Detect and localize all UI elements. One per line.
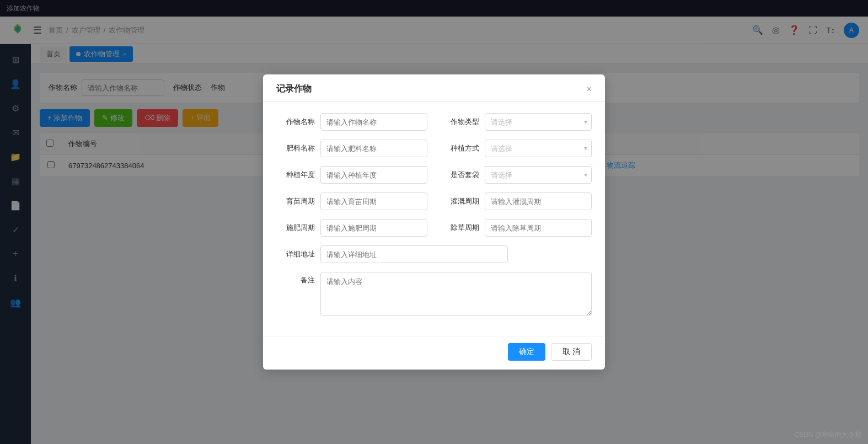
label-weeding-cycle: 除草周期	[441, 223, 479, 233]
modal-body: 作物名称 作物类型 请选择 ▾ 肥料名称	[263, 102, 605, 336]
form-item-bag: 是否套袋 请选择 ▾	[441, 166, 592, 184]
watermark: CSDN @寒暄的大企鹅	[794, 430, 861, 440]
label-address: 详细地址	[276, 249, 315, 259]
select-planting-method[interactable]: 请选择	[485, 140, 592, 157]
input-seedling-cycle[interactable]	[320, 192, 427, 210]
confirm-button[interactable]: 确定	[508, 343, 545, 361]
form-row-2: 肥料名称 种植方式 请选择 ▾	[276, 140, 592, 157]
form-item-address: 详细地址	[276, 245, 592, 263]
select-wrapper-crop-type: 请选择 ▾	[485, 113, 592, 131]
form-row-1: 作物名称 作物类型 请选择 ▾	[276, 113, 592, 131]
modal-header: 记录作物 ×	[263, 74, 605, 102]
input-planting-year[interactable]	[320, 166, 427, 184]
label-fertilizing-cycle: 施肥周期	[276, 223, 315, 233]
label-planting-method: 种植方式	[441, 143, 479, 153]
input-weeding-cycle[interactable]	[485, 219, 592, 237]
form-item-crop-name: 作物名称	[276, 113, 427, 131]
input-fertilizing-cycle[interactable]	[320, 219, 427, 237]
textarea-notes[interactable]	[320, 272, 592, 316]
form-row-3: 种植年度 是否套袋 请选择 ▾	[276, 166, 592, 184]
select-crop-type[interactable]: 请选择	[485, 113, 592, 131]
modal-dialog: 记录作物 × 作物名称 作物类型 请选择 ▾	[263, 74, 605, 370]
input-crop-name[interactable]	[320, 113, 427, 131]
select-wrapper-planting-method: 请选择 ▾	[485, 140, 592, 157]
form-item-fertilizing-cycle: 施肥周期	[276, 219, 427, 237]
form-row-5: 施肥周期 除草周期	[276, 219, 592, 237]
label-fertilizer: 肥料名称	[276, 143, 315, 153]
modal-close-button[interactable]: ×	[587, 85, 592, 94]
label-planting-year: 种植年度	[276, 170, 315, 180]
select-bag[interactable]: 请选择	[485, 166, 592, 184]
label-crop-name: 作物名称	[276, 117, 315, 127]
modal-overlay[interactable]: 记录作物 × 作物名称 作物类型 请选择 ▾	[0, 0, 868, 444]
form-item-fertilizer: 肥料名称	[276, 140, 427, 157]
form-row-4: 育苗周期 灌溉周期	[276, 192, 592, 210]
form-item-crop-type: 作物类型 请选择 ▾	[441, 113, 592, 131]
form-item-irrigation-cycle: 灌溉周期	[441, 192, 592, 210]
form-item-seedling-cycle: 育苗周期	[276, 192, 427, 210]
label-notes: 备注	[276, 275, 315, 285]
label-irrigation-cycle: 灌溉周期	[441, 196, 479, 206]
form-item-notes: 备注	[276, 272, 592, 316]
modal-footer: 确定 取 消	[263, 336, 605, 370]
select-wrapper-bag: 请选择 ▾	[485, 166, 592, 184]
input-irrigation-cycle[interactable]	[485, 192, 592, 210]
modal-title: 记录作物	[276, 83, 312, 95]
input-fertilizer[interactable]	[320, 140, 427, 157]
label-seedling-cycle: 育苗周期	[276, 196, 315, 206]
form-item-weeding-cycle: 除草周期	[441, 219, 592, 237]
label-crop-type: 作物类型	[441, 117, 479, 127]
form-item-planting-method: 种植方式 请选择 ▾	[441, 140, 592, 157]
cancel-button[interactable]: 取 消	[551, 343, 592, 361]
label-bag: 是否套袋	[441, 170, 479, 180]
form-item-planting-year: 种植年度	[276, 166, 427, 184]
input-address[interactable]	[320, 245, 508, 263]
